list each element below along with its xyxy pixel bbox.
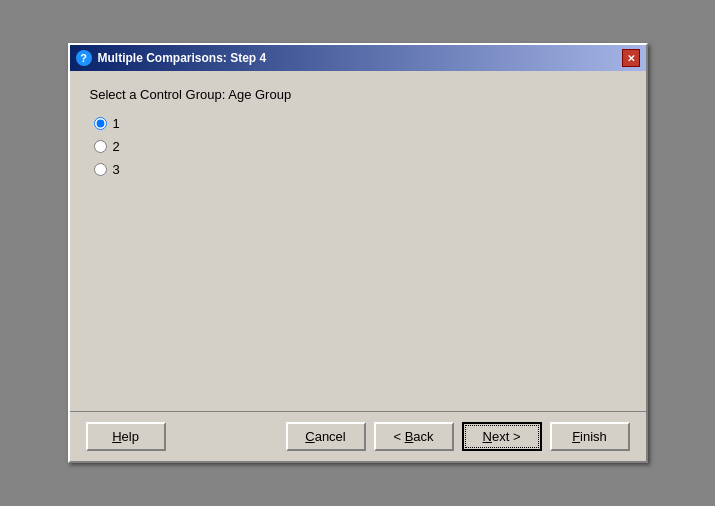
radio-option-1[interactable]: 1 [94,116,626,131]
radio-label-2: 2 [113,139,120,154]
finish-label: Finish [572,429,607,444]
button-bar: Help Cancel < Back Next > Finish [70,411,646,461]
radio-input-2[interactable] [94,140,107,153]
radio-label-3: 3 [113,162,120,177]
help-underline-char: Help [112,429,139,444]
cancel-button[interactable]: Cancel [286,422,366,451]
window-title: Multiple Comparisons: Step 4 [98,51,267,65]
help-icon: ? [76,50,92,66]
radio-input-3[interactable] [94,163,107,176]
cancel-label: Cancel [305,429,345,444]
dialog-window: ? Multiple Comparisons: Step 4 ✕ Select … [68,43,648,463]
back-label: < Back [393,429,433,444]
instruction-label: Select a Control Group: Age Group [90,87,626,102]
back-button[interactable]: < Back [374,422,454,451]
close-button[interactable]: ✕ [622,49,640,67]
radio-option-3[interactable]: 3 [94,162,626,177]
title-bar-left: ? Multiple Comparisons: Step 4 [76,50,267,66]
finish-button[interactable]: Finish [550,422,630,451]
radio-label-1: 1 [113,116,120,131]
help-button[interactable]: Help [86,422,166,451]
title-bar: ? Multiple Comparisons: Step 4 ✕ [70,45,646,71]
content-area: Select a Control Group: Age Group 1 2 3 [70,71,646,411]
control-group-radio-group: 1 2 3 [94,116,626,177]
radio-input-1[interactable] [94,117,107,130]
radio-option-2[interactable]: 2 [94,139,626,154]
next-label: Next > [483,429,521,444]
nav-buttons: Cancel < Back Next > Finish [286,422,630,451]
next-button[interactable]: Next > [462,422,542,451]
